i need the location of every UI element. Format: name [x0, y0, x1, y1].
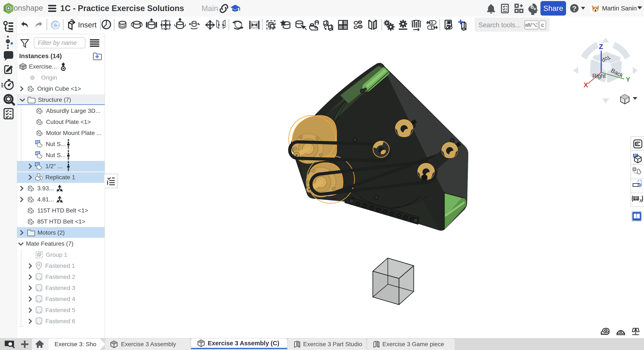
svg-text:X: X — [584, 81, 588, 89]
svg-text:x: x — [639, 197, 642, 204]
svg-text:Right: Right — [592, 73, 606, 79]
svg-text:Z: Z — [599, 43, 603, 50]
svg-text:Y: Y — [626, 76, 630, 83]
